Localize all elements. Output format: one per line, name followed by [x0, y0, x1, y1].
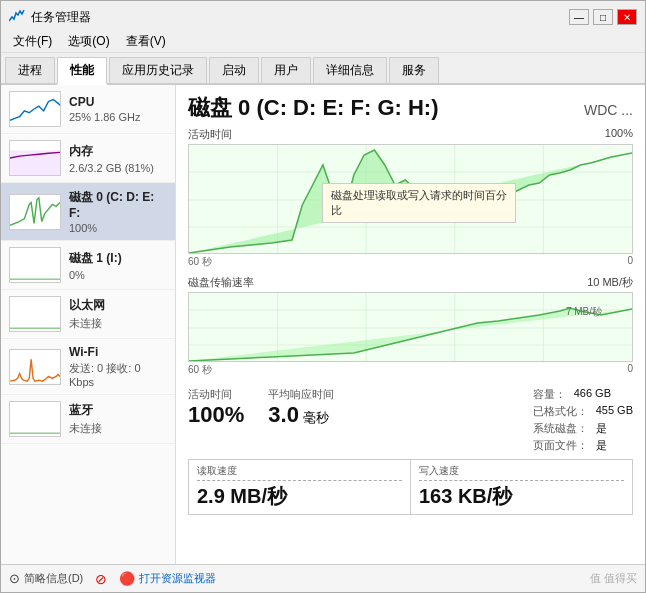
disk-title: 磁盘 0 (C: D: E: F: G: H:): [188, 93, 439, 123]
tab-bar: 进程 性能 应用历史记录 启动 用户 详细信息 服务: [1, 53, 645, 85]
window-controls: — □ ✕: [569, 9, 637, 25]
response-stat: 平均响应时间 3.0 毫秒: [268, 387, 334, 453]
title-bar: 任务管理器 — □ ✕: [1, 1, 645, 31]
transfer-time-right: 0: [627, 363, 633, 377]
transfer-chart-section: 磁盘传输速率 10 MB/秒 7 MB/秒: [188, 275, 633, 377]
close-button[interactable]: ✕: [617, 9, 637, 25]
disk1-name: 磁盘 1 (I:): [69, 250, 167, 267]
cpu-mini-chart: [9, 91, 61, 127]
ethernet-name: 以太网: [69, 297, 167, 314]
tab-performance[interactable]: 性能: [57, 57, 107, 85]
wifi-mini-chart: [9, 349, 61, 385]
cpu-info: CPU 25% 1.86 GHz: [69, 95, 167, 123]
tab-users[interactable]: 用户: [261, 57, 311, 83]
read-speed-number: 2.9 MB/秒: [197, 485, 287, 507]
resource-icon: 🔴: [119, 571, 135, 586]
transfer-max: 10 MB/秒: [587, 275, 633, 290]
detail-stats: 容量： 466 GB 已格式化： 455 GB 系统磁盘： 是 页面文件： 是: [533, 387, 633, 453]
bluetooth-stat: 未连接: [69, 421, 167, 436]
memory-info: 内存 2.6/3.2 GB (81%): [69, 143, 167, 174]
footer-divider: ⊘: [95, 571, 107, 587]
activity-label: 活动时间: [188, 127, 232, 142]
disk-subtitle: WDC ...: [584, 102, 633, 118]
title-bar-left: 任务管理器: [9, 9, 91, 26]
footer-left: ⊙ 简略信息(D) ⊘ 🔴 打开资源监视器: [9, 571, 216, 587]
system-row: 系统磁盘： 是: [533, 421, 633, 436]
formatted-label: 已格式化：: [533, 404, 588, 419]
resource-label: 打开资源监视器: [139, 571, 216, 586]
main-content: CPU 25% 1.86 GHz 内存 2.6/3.2 GB (81%): [1, 85, 645, 564]
write-speed-value: 163 KB/秒: [419, 483, 624, 510]
sidebar-item-disk0[interactable]: 磁盘 0 (C: D: E: F: 100%: [1, 183, 175, 241]
activity-chart-labels: 活动时间 100%: [188, 127, 633, 142]
footer: ⊙ 简略信息(D) ⊘ 🔴 打开资源监视器 值 值得买: [1, 564, 645, 592]
tab-details[interactable]: 详细信息: [313, 57, 387, 83]
watermark-icon: 值: [590, 572, 604, 584]
tab-services[interactable]: 服务: [389, 57, 439, 83]
read-speed-value: 2.9 MB/秒: [197, 483, 402, 510]
memory-name: 内存: [69, 143, 167, 160]
read-speed-label: 读取速度: [197, 464, 402, 481]
activity-chart-section: 活动时间 100%: [188, 127, 633, 269]
menu-options[interactable]: 选项(O): [60, 31, 117, 52]
right-header: 磁盘 0 (C: D: E: F: G: H:) WDC ...: [188, 93, 633, 123]
minimize-button[interactable]: —: [569, 9, 589, 25]
bluetooth-info: 蓝牙 未连接: [69, 402, 167, 436]
transfer-time-row: 60 秒 0: [188, 363, 633, 377]
tab-process[interactable]: 进程: [5, 57, 55, 83]
svg-rect-4: [10, 248, 60, 282]
menu-file[interactable]: 文件(F): [5, 31, 60, 52]
cpu-stat: 25% 1.86 GHz: [69, 111, 167, 123]
right-panel: 磁盘 0 (C: D: E: F: G: H:) WDC ... 活动时间 10…: [176, 85, 645, 564]
activity-max: 100%: [605, 127, 633, 142]
maximize-button[interactable]: □: [593, 9, 613, 25]
sidebar-item-bluetooth[interactable]: 蓝牙 未连接: [1, 395, 175, 444]
capacity-row: 容量： 466 GB: [533, 387, 633, 402]
response-stat-label: 平均响应时间: [268, 387, 334, 402]
menu-view[interactable]: 查看(V): [118, 31, 174, 52]
disk0-info: 磁盘 0 (C: D: E: F: 100%: [69, 189, 167, 234]
wifi-stat: 发送: 0 接收: 0 Kbps: [69, 361, 167, 388]
transfer-chart: 7 MB/秒: [188, 292, 633, 362]
main-stats: 活动时间 100% 平均响应时间 3.0 毫秒: [188, 387, 334, 453]
activity-time-row: 60 秒 0: [188, 255, 633, 269]
tab-app-history[interactable]: 应用历史记录: [109, 57, 207, 83]
sidebar: CPU 25% 1.86 GHz 内存 2.6/3.2 GB (81%): [1, 85, 176, 564]
tab-startup[interactable]: 启动: [209, 57, 259, 83]
pagefile-value: 是: [596, 438, 607, 453]
disk1-stat: 0%: [69, 269, 167, 281]
activity-time-right: 0: [627, 255, 633, 269]
transfer-chart-labels: 磁盘传输速率 10 MB/秒: [188, 275, 633, 290]
sidebar-item-ethernet[interactable]: 以太网 未连接: [1, 290, 175, 339]
summary-label: 简略信息(D): [24, 571, 83, 586]
activity-time-left: 60 秒: [188, 255, 212, 269]
ethernet-mini-chart: [9, 296, 61, 332]
svg-rect-9: [10, 402, 60, 436]
activity-stat-label: 活动时间: [188, 387, 244, 402]
resource-monitor-button[interactable]: 🔴 打开资源监视器: [119, 571, 216, 586]
task-manager-window: 任务管理器 — □ ✕ 文件(F) 选项(O) 查看(V) 进程 性能 应用历史…: [0, 0, 646, 593]
formatted-value: 455 GB: [596, 404, 633, 419]
speed-row: 读取速度 2.9 MB/秒 写入速度 163 KB/秒: [188, 459, 633, 515]
sidebar-item-cpu[interactable]: CPU 25% 1.86 GHz: [1, 85, 175, 134]
memory-stat: 2.6/3.2 GB (81%): [69, 162, 167, 174]
svg-rect-6: [10, 297, 60, 331]
sidebar-item-wifi[interactable]: Wi-Fi 发送: 0 接收: 0 Kbps: [1, 339, 175, 395]
write-speed-number: 163 KB/秒: [419, 485, 512, 507]
memory-mini-chart: [9, 140, 61, 176]
bluetooth-mini-chart: [9, 401, 61, 437]
write-speed-label: 写入速度: [419, 464, 624, 481]
capacity-value: 466 GB: [574, 387, 611, 402]
transfer-time-left: 60 秒: [188, 363, 212, 377]
pagefile-label: 页面文件：: [533, 438, 588, 453]
ethernet-info: 以太网 未连接: [69, 297, 167, 331]
summary-button[interactable]: ⊙ 简略信息(D): [9, 571, 83, 586]
response-stat-unit: 毫秒: [303, 409, 329, 427]
disk0-mini-chart: [9, 194, 61, 230]
sidebar-item-disk1[interactable]: 磁盘 1 (I:) 0%: [1, 241, 175, 290]
sidebar-item-memory[interactable]: 内存 2.6/3.2 GB (81%): [1, 134, 175, 183]
activity-stat-value: 100%: [188, 402, 244, 428]
disk1-mini-chart: [9, 247, 61, 283]
system-value: 是: [596, 421, 607, 436]
ethernet-stat: 未连接: [69, 316, 167, 331]
